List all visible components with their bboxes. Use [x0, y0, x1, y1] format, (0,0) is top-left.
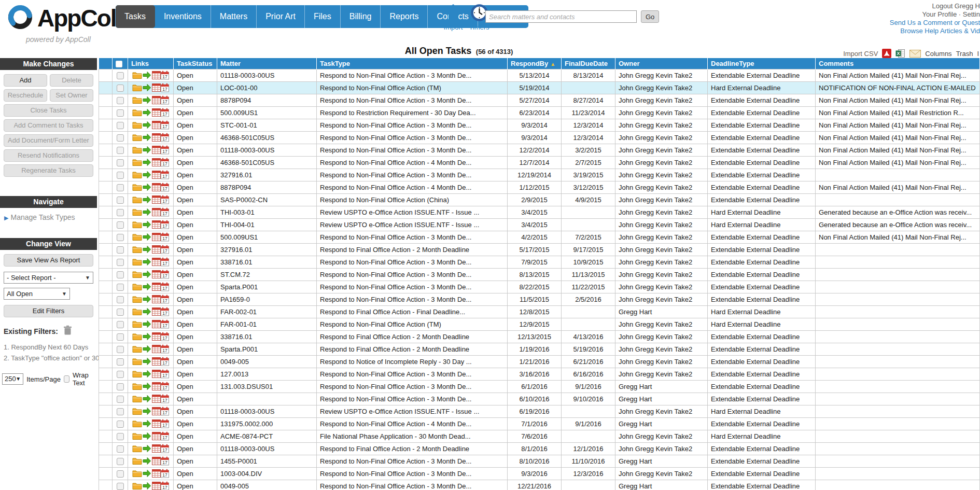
folder-icon[interactable]: [132, 220, 142, 229]
task-row[interactable]: 17OpenACME-0874-PCTFile National Phase A…: [99, 430, 980, 442]
go-to-task-icon[interactable]: [142, 444, 151, 453]
calendar-icon[interactable]: 17: [161, 282, 169, 291]
task-row[interactable]: 17OpenTHI-003-01Review USPTO e-Office Ac…: [99, 206, 980, 218]
tab-tasks[interactable]: Tasks: [116, 5, 155, 28]
calendar-icon[interactable]: 17: [161, 444, 169, 453]
task-row[interactable]: 17Open01118-0003-00USRespond to Final Of…: [99, 442, 980, 455]
row-checkbox[interactable]: [117, 259, 124, 266]
row-checkbox[interactable]: [117, 234, 124, 241]
calendar-icon[interactable]: 17: [161, 207, 169, 217]
import-tool[interactable]: Import: [440, 4, 467, 31]
task-row[interactable]: 17Open131975.0002.000Respond to Non-Fina…: [99, 417, 980, 430]
spreadsheet-icon[interactable]: [152, 146, 161, 154]
spreadsheet-icon[interactable]: [152, 121, 161, 129]
spreadsheet-icon[interactable]: [152, 432, 161, 440]
tab-billing[interactable]: Billing: [341, 5, 381, 28]
spreadsheet-icon[interactable]: [152, 83, 161, 92]
spreadsheet-icon[interactable]: [152, 171, 161, 179]
wrap-text-checkbox[interactable]: [64, 375, 69, 383]
row-checkbox[interactable]: [117, 72, 124, 79]
spreadsheet-icon[interactable]: [152, 395, 161, 403]
task-row[interactable]: 17Open131.003.DSUS01Respond to Non-Final…: [99, 380, 980, 393]
add-document-form-letter-button[interactable]: Add Document/Form Letter: [4, 134, 93, 147]
set-owner-button[interactable]: Set Owner: [50, 89, 93, 102]
go-to-task-icon[interactable]: [142, 195, 151, 204]
folder-icon[interactable]: [132, 320, 142, 328]
col-header-matter[interactable]: Matter: [217, 58, 317, 69]
row-checkbox[interactable]: [117, 172, 124, 179]
calendar-icon[interactable]: 17: [161, 257, 169, 267]
col-header-links[interactable]: Links: [128, 58, 174, 69]
add-button[interactable]: Add: [4, 74, 47, 87]
calendar-icon[interactable]: 17: [161, 145, 169, 155]
task-row[interactable]: 17Open327916.01Respond to Final Office A…: [99, 243, 980, 256]
folder-icon[interactable]: [132, 332, 142, 341]
calendar-icon[interactable]: 17: [161, 344, 169, 354]
calendar-icon[interactable]: 17: [161, 456, 169, 466]
col-header-deadlinetype[interactable]: DeadlineType: [708, 58, 816, 69]
folder-icon[interactable]: [132, 382, 142, 390]
calendar-icon[interactable]: 17: [161, 170, 169, 179]
account-link-0[interactable]: Logout Gregg H: [890, 2, 980, 10]
folder-icon[interactable]: [132, 270, 142, 278]
view-select[interactable]: All Open ▼: [4, 288, 70, 300]
row-checkbox[interactable]: [117, 321, 124, 328]
spreadsheet-icon[interactable]: [152, 307, 161, 316]
task-row[interactable]: 17Open01118-0003-00USRespond to Non-Fina…: [99, 144, 980, 156]
calendar-icon[interactable]: 17: [161, 469, 169, 478]
task-row[interactable]: 17Open01118-0003-00USRespond to Non-Fina…: [99, 69, 980, 81]
row-checkbox[interactable]: [117, 147, 124, 154]
spreadsheet-icon[interactable]: [152, 419, 161, 428]
calendar-icon[interactable]: 17: [161, 332, 169, 341]
resend-notifications-button[interactable]: Resend Notifications: [4, 149, 93, 162]
save-view-as-report-button[interactable]: Save View As Report: [4, 254, 93, 267]
close-tasks-button[interactable]: Close Tasks: [4, 104, 93, 117]
row-checkbox[interactable]: [117, 246, 124, 254]
col-header-respondby[interactable]: RespondBy▲: [508, 58, 562, 69]
email-icon[interactable]: [909, 50, 921, 58]
spreadsheet-icon[interactable]: [152, 357, 161, 366]
folder-icon[interactable]: [132, 357, 142, 366]
row-checkbox[interactable]: [117, 383, 124, 390]
tab-prior-art[interactable]: Prior Art: [257, 5, 305, 28]
task-row[interactable]: 17Open46368-501C05USRespond to Non-Final…: [99, 156, 980, 169]
spreadsheet-icon[interactable]: [152, 469, 161, 478]
cut-off-link[interactable]: I: [977, 50, 979, 58]
row-checkbox[interactable]: [117, 122, 124, 129]
go-to-task-icon[interactable]: [142, 146, 151, 154]
folder-icon[interactable]: [132, 233, 142, 241]
task-row[interactable]: 17Open46368-501C05USRespond to Non-Final…: [99, 131, 980, 144]
calendar-icon[interactable]: 17: [161, 407, 169, 416]
col-header-taskstatus[interactable]: TaskStatus: [174, 58, 217, 69]
calendar-icon[interactable]: 17: [161, 431, 169, 441]
folder-icon[interactable]: [132, 258, 142, 266]
task-row[interactable]: 17Open500.009US1Respond to Restriction R…: [99, 106, 980, 119]
trash-icon[interactable]: [63, 325, 72, 337]
go-to-task-icon[interactable]: [142, 370, 151, 378]
manage-task-types-link[interactable]: ▶Manage Task Types: [0, 212, 97, 221]
calendar-icon[interactable]: 17: [161, 108, 169, 117]
calendar-icon[interactable]: 17: [161, 245, 169, 254]
trash-link[interactable]: Trash: [956, 50, 973, 58]
calendar-icon[interactable]: 17: [161, 295, 169, 304]
task-row[interactable]: 17Open1455-P0001Respond to Non-Final Off…: [99, 455, 980, 467]
task-row[interactable]: 17Open338716.01Respond to Final Office A…: [99, 330, 980, 343]
spreadsheet-icon[interactable]: [152, 270, 161, 278]
go-to-task-icon[interactable]: [142, 270, 151, 278]
row-checkbox[interactable]: [117, 109, 124, 117]
row-checkbox[interactable]: [117, 408, 124, 415]
calendar-icon[interactable]: 17: [161, 195, 169, 204]
row-checkbox[interactable]: [117, 445, 124, 453]
delete-button[interactable]: Delete: [50, 74, 93, 87]
go-to-task-icon[interactable]: [142, 345, 151, 353]
folder-icon[interactable]: [132, 195, 142, 204]
calendar-icon[interactable]: 17: [161, 83, 169, 92]
go-button[interactable]: Go: [641, 10, 659, 23]
col-header-finalduedate[interactable]: FinalDueDate: [562, 58, 615, 69]
folder-icon[interactable]: [132, 121, 142, 129]
task-row[interactable]: 17Open338716.01Respond to Non-Final Offi…: [99, 256, 980, 268]
task-row[interactable]: 17Open01118-0003-00USReview USPTO e-Offi…: [99, 405, 980, 417]
folder-icon[interactable]: [132, 71, 142, 79]
calendar-icon[interactable]: 17: [161, 71, 169, 80]
spreadsheet-icon[interactable]: [152, 233, 161, 241]
